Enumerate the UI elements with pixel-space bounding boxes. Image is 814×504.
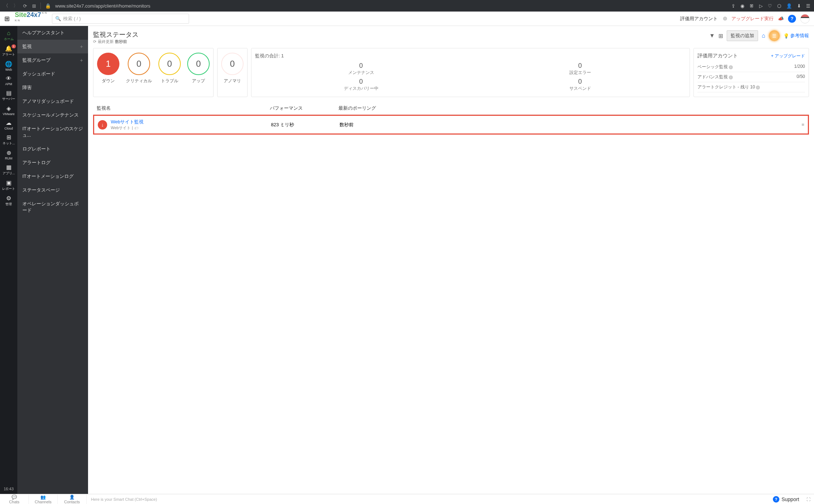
sidebar-item-label: 監視	[22, 43, 32, 50]
anomaly-card: 0 アノマリ	[217, 48, 248, 97]
info-icon[interactable]: i	[729, 65, 733, 69]
ref-info-link[interactable]: 💡参考情報	[783, 32, 809, 39]
search-input[interactable]: 🔍 検索 ( / )	[52, 14, 189, 24]
status-circle-アップ[interactable]: 0	[187, 53, 210, 75]
rail-item-サーバー[interactable]: ▤サーバー	[0, 88, 17, 104]
smart-chat-hint[interactable]: Here is your Smart Chat (Ctrl+Space)	[87, 497, 769, 501]
bulb-icon: 💡	[783, 33, 789, 39]
bottom-tab-label: Channels	[35, 500, 51, 504]
rail-item-ホーム[interactable]: ⌂ホーム	[0, 28, 17, 44]
filter-icon[interactable]: ▼	[709, 32, 715, 39]
table-row[interactable]: ↓ Webサイト監視 Webサイト | 🏷 823 ミリ秒 数秒前 ≡	[93, 115, 809, 135]
add-monitor-button[interactable]: 監視の追加	[727, 30, 758, 41]
rail-item-ネット...[interactable]: ⊞ネット...	[0, 132, 17, 148]
sidebar-item[interactable]: アラートログ	[17, 156, 88, 170]
bottom-tab-Contacts[interactable]: 👤Contacts	[58, 494, 87, 504]
rail-icon: 👁	[6, 76, 12, 82]
share-icon[interactable]: ⇪	[731, 3, 735, 9]
home-icon[interactable]: ⌂	[762, 32, 765, 39]
avatar[interactable]	[800, 14, 810, 23]
tour-icon[interactable]: ☰	[769, 30, 780, 41]
sidebar-item[interactable]: アノマリダッシュボード	[17, 95, 88, 108]
add-icon[interactable]: +	[80, 44, 83, 49]
add-icon[interactable]: +	[80, 57, 83, 63]
user-icon[interactable]: 👤	[786, 3, 792, 9]
row-menu-icon[interactable]: ≡	[793, 122, 804, 127]
rail-item-Web[interactable]: 🌐Web	[0, 59, 17, 74]
rail-icon: ⌂	[7, 30, 10, 36]
refresh-icon[interactable]: ⟳	[93, 39, 96, 44]
camera-icon[interactable]: ◉	[740, 3, 744, 9]
back-icon[interactable]: 〈	[4, 3, 8, 9]
sidebar-item[interactable]: オペレーションダッシュボード	[17, 197, 88, 217]
menu-icon[interactable]: ☰	[806, 3, 810, 9]
info-icon[interactable]: i	[729, 75, 733, 79]
sidebar-item[interactable]: ダッシュボード	[17, 67, 88, 81]
sidebar-item[interactable]: 監視+	[17, 40, 88, 53]
expand-icon[interactable]: ⛶	[803, 497, 814, 501]
sidebar-item[interactable]: ログレポート	[17, 142, 88, 156]
upgrade-link[interactable]: アップグレード実行	[731, 16, 774, 22]
th-perf[interactable]: パフォーマンス	[270, 105, 338, 111]
info-icon[interactable]: i	[756, 86, 760, 89]
announce-icon[interactable]: 📣	[778, 16, 784, 21]
rail-item-RUM[interactable]: ⊕RUM	[0, 148, 17, 162]
rail-item-Cloud[interactable]: ☁Cloud	[0, 118, 17, 132]
info-icon[interactable]: i	[723, 17, 727, 21]
anomaly-label: アノマリ	[224, 78, 241, 84]
rail-label: サーバー	[2, 97, 15, 101]
status-circle-ダウン[interactable]: 1	[97, 53, 119, 75]
th-poll[interactable]: 最新のポーリング	[338, 105, 795, 111]
cube-icon[interactable]: ⬡	[777, 3, 781, 9]
th-name[interactable]: 監視名	[97, 105, 270, 111]
account-card: 評価用アカウント + アップグレード ベーシック監視i1/200アドバンス監視i…	[693, 48, 809, 97]
page-title: 監視ステータス	[93, 30, 139, 39]
rail-icon: ⊞	[6, 135, 11, 140]
help-icon[interactable]: ?	[788, 15, 796, 23]
rail-nav: ⌂ホーム🔔アラート1🌐Web👁APM▤サーバー◈VMware☁Cloud⊞ネット…	[0, 26, 17, 494]
sidebar-item[interactable]: スケジュールメンテナンス	[17, 108, 88, 122]
app-menu-icon[interactable]: ⊞	[4, 15, 10, 23]
sidebar-item[interactable]: ITオートメーションのスケジュ...	[17, 122, 88, 142]
bottom-tab-icon: 💬	[12, 495, 17, 500]
logo[interactable]: Site24x7K NK N	[15, 11, 47, 26]
rail-item-VMware[interactable]: ◈VMware	[0, 104, 17, 118]
anomaly-circle[interactable]: 0	[221, 53, 244, 75]
reload-icon[interactable]: ⟳	[23, 3, 27, 9]
sidebar-item[interactable]: ステータスページ	[17, 183, 88, 197]
apps-icon[interactable]: ⊞	[32, 3, 36, 9]
upgrade-small-link[interactable]: + アップグレード	[771, 53, 805, 59]
grid-icon[interactable]: ⊞	[718, 32, 723, 39]
bottom-tab-Chats[interactable]: 💬Chats	[0, 494, 29, 504]
forward-icon[interactable]: 〉	[13, 3, 18, 9]
play-icon[interactable]: ▷	[759, 3, 763, 9]
heart-icon[interactable]: ♡	[768, 3, 772, 9]
sidebar-item[interactable]: 障害	[17, 81, 88, 95]
account-row: ベーシック監視i1/200	[697, 62, 805, 72]
rail-item-APM[interactable]: 👁APM	[0, 74, 17, 88]
status-circle-トラブル[interactable]: 0	[158, 53, 181, 75]
rail-item-レポート[interactable]: ▣レポート	[0, 178, 17, 193]
shield-icon[interactable]: ⛨	[749, 3, 754, 9]
rail-item-アラート[interactable]: 🔔アラート1	[0, 44, 17, 59]
rail-label: Web	[5, 68, 12, 71]
sidebar-item[interactable]: 監視グループ+	[17, 53, 88, 67]
bottom-tab-Channels[interactable]: 👥Channels	[29, 494, 58, 504]
rail-icon: ▤	[6, 90, 12, 96]
rail-icon: ⚙	[6, 196, 11, 201]
rail-icon: ▣	[6, 180, 12, 186]
total-label: サスペンド	[474, 86, 686, 92]
support-icon: ?	[773, 496, 779, 503]
download-icon[interactable]: ⬇	[797, 3, 801, 9]
monitor-name-link[interactable]: Webサイト監視	[111, 119, 144, 125]
rail-item-管理[interactable]: ⚙管理	[0, 193, 17, 209]
url-bar[interactable]: www.site24x7.com/app/client#/home/monito…	[55, 3, 727, 9]
rail-item-アプリ...[interactable]: ▦アプリ...	[0, 162, 17, 178]
sidebar-item[interactable]: ITオートメーションログ	[17, 170, 88, 183]
status-circle-クリティカル[interactable]: 0	[128, 53, 150, 75]
sidebar-item[interactable]: ヘルプアシスタント	[17, 26, 88, 40]
tag-icon[interactable]: 🏷	[134, 126, 138, 130]
support-button[interactable]: ? Support	[769, 496, 803, 503]
poll-cell: 数秒前	[340, 122, 793, 128]
last-update: ⟳ 最終更新 数秒前	[93, 39, 139, 44]
